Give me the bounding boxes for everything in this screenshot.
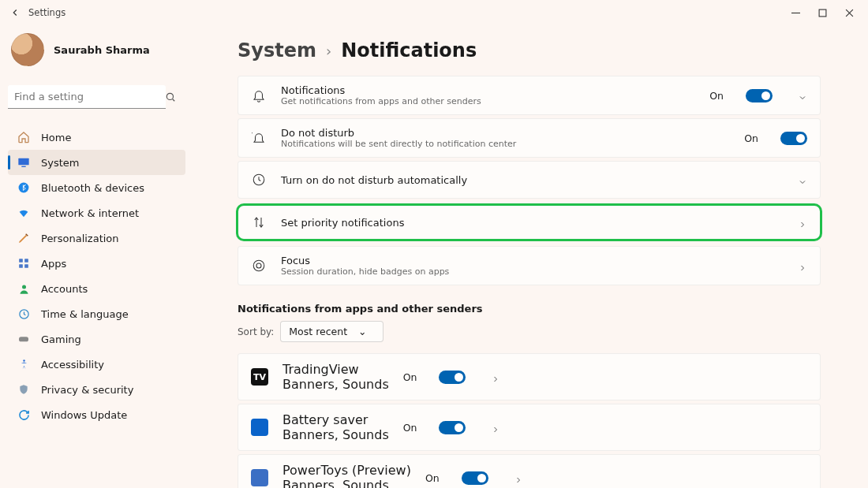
sidebar-item-apps[interactable]: Apps bbox=[8, 251, 185, 276]
gamepad-icon bbox=[17, 333, 30, 345]
svg-rect-6 bbox=[24, 259, 28, 263]
app-icon: TV bbox=[251, 368, 268, 386]
row-auto-dnd[interactable]: Turn on do not disturb automatically bbox=[238, 161, 821, 199]
svg-rect-11 bbox=[19, 337, 28, 341]
row-subtitle: Session duration, hide badges on apps bbox=[281, 266, 773, 277]
row-notifications[interactable]: Notifications Get notifications from app… bbox=[238, 76, 821, 115]
row-focus[interactable]: Focus Session duration, hide badges on a… bbox=[238, 246, 821, 285]
update-icon bbox=[17, 408, 30, 421]
sidebar-item-label: Personalization bbox=[41, 233, 119, 244]
svg-rect-7 bbox=[19, 264, 23, 268]
sidebar-item-label: Apps bbox=[41, 258, 66, 270]
toggle-status: On bbox=[403, 371, 417, 383]
row-title: Focus bbox=[281, 255, 773, 266]
app-name: Battery saver bbox=[282, 412, 389, 427]
app-toggle[interactable] bbox=[439, 371, 466, 384]
user-display-name: Saurabh Sharma bbox=[54, 44, 150, 56]
svg-point-9 bbox=[22, 285, 26, 289]
sidebar-item-label: Network & internet bbox=[41, 207, 139, 219]
sidebar-item-network[interactable]: Network & internet bbox=[8, 200, 185, 225]
row-title: Set priority notifications bbox=[281, 217, 773, 229]
chevron-right-icon[interactable] bbox=[491, 423, 500, 432]
globe-clock-icon bbox=[17, 307, 30, 320]
minimize-button[interactable] bbox=[788, 5, 803, 20]
sidebar-item-label: Home bbox=[41, 132, 71, 143]
notifications-toggle[interactable] bbox=[746, 89, 773, 102]
dnd-toggle[interactable] bbox=[780, 132, 807, 145]
window-title: Settings bbox=[28, 7, 65, 18]
chevron-right-icon[interactable] bbox=[798, 218, 807, 227]
svg-point-14 bbox=[253, 260, 264, 271]
chevron-down-icon[interactable] bbox=[798, 91, 807, 100]
search-wrap bbox=[8, 85, 185, 109]
avatar bbox=[11, 33, 44, 66]
chevron-right-icon[interactable] bbox=[491, 372, 500, 382]
toggle-status: On bbox=[744, 132, 758, 144]
svg-rect-8 bbox=[24, 264, 28, 268]
svg-point-12 bbox=[23, 359, 25, 362]
wifi-icon bbox=[17, 207, 30, 219]
chevron-down-icon[interactable] bbox=[798, 175, 807, 184]
sort-select[interactable]: Most recent ⌄ bbox=[280, 321, 383, 342]
breadcrumb-parent[interactable]: System bbox=[238, 39, 316, 61]
row-priority-notifications[interactable]: Set priority notifications bbox=[236, 203, 822, 241]
toggle-status: On bbox=[403, 422, 417, 434]
main-content: System › Notifications Notifications Get… bbox=[201, 25, 868, 488]
back-button[interactable] bbox=[9, 7, 21, 18]
chevron-right-icon: › bbox=[326, 43, 331, 59]
system-icon bbox=[17, 156, 30, 169]
sidebar-item-system[interactable]: System bbox=[8, 150, 185, 175]
bluetooth-icon bbox=[17, 181, 30, 194]
sidebar-item-label: Windows Update bbox=[41, 409, 127, 421]
person-icon bbox=[17, 282, 30, 295]
app-detail: Banners, Sounds bbox=[282, 427, 389, 442]
sidebar-item-accessibility[interactable]: Accessibility bbox=[8, 352, 185, 377]
app-detail: Banners, Sounds bbox=[282, 377, 389, 392]
search-input[interactable] bbox=[8, 85, 166, 109]
sidebar-item-bluetooth[interactable]: Bluetooth & devices bbox=[8, 175, 185, 200]
app-row[interactable]: PowerToys (Preview) Banners, Sounds On bbox=[238, 454, 821, 488]
sidebar-item-privacy[interactable]: Privacy & security bbox=[8, 377, 185, 402]
svg-rect-2 bbox=[18, 158, 28, 166]
chevron-right-icon[interactable] bbox=[798, 261, 807, 270]
apps-icon bbox=[17, 257, 30, 270]
svg-point-1 bbox=[166, 93, 173, 99]
app-row[interactable]: Battery saver Banners, Sounds On bbox=[238, 404, 821, 451]
close-button[interactable] bbox=[841, 5, 857, 20]
search-icon bbox=[165, 91, 176, 106]
row-do-not-disturb[interactable]: Do not disturb Notifications will be sen… bbox=[238, 118, 821, 158]
sidebar-item-personalization[interactable]: Personalization bbox=[8, 225, 185, 251]
title-bar: Settings bbox=[0, 0, 868, 25]
row-title: Do not disturb bbox=[281, 127, 730, 139]
priority-icon bbox=[251, 214, 267, 230]
page-title: Notifications bbox=[341, 39, 477, 61]
app-name: TradingView bbox=[282, 362, 389, 377]
svg-point-4 bbox=[19, 183, 29, 193]
app-toggle[interactable] bbox=[439, 421, 466, 434]
moon-bell-icon bbox=[251, 130, 267, 146]
app-icon bbox=[251, 419, 268, 436]
svg-point-15 bbox=[256, 263, 261, 268]
user-profile[interactable]: Saurabh Sharma bbox=[8, 33, 185, 66]
app-detail: Banners, Sounds bbox=[282, 478, 411, 488]
app-row[interactable]: TV TradingView Banners, Sounds On bbox=[238, 353, 821, 400]
sidebar-item-gaming[interactable]: Gaming bbox=[8, 326, 185, 352]
sidebar-item-label: Accessibility bbox=[41, 359, 104, 371]
app-toggle[interactable] bbox=[462, 471, 488, 485]
maximize-button[interactable] bbox=[814, 5, 830, 20]
toggle-status: On bbox=[709, 90, 724, 102]
sidebar-item-label: Accounts bbox=[41, 283, 88, 295]
home-icon bbox=[17, 131, 30, 143]
sidebar-item-label: Privacy & security bbox=[41, 384, 133, 396]
chevron-right-icon[interactable] bbox=[514, 473, 523, 482]
svg-rect-0 bbox=[819, 9, 826, 17]
chevron-down-icon: ⌄ bbox=[358, 326, 366, 337]
sidebar-item-time-language[interactable]: Time & language bbox=[8, 301, 185, 326]
sidebar-item-home[interactable]: Home bbox=[8, 125, 185, 150]
focus-icon bbox=[251, 258, 267, 274]
sidebar-item-label: System bbox=[41, 157, 79, 169]
sidebar-item-accounts[interactable]: Accounts bbox=[8, 276, 185, 301]
sidebar-item-windows-update[interactable]: Windows Update bbox=[8, 402, 185, 427]
sidebar: Saurabh Sharma Home System Bluetooth & d… bbox=[0, 25, 201, 488]
row-subtitle: Get notifications from apps and other se… bbox=[281, 96, 695, 106]
